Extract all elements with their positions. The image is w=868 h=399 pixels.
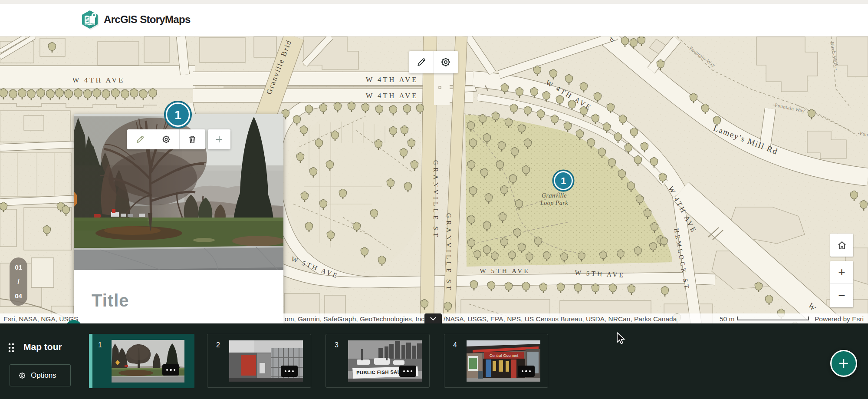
svg-text:Loop Park: Loop Park bbox=[540, 200, 568, 206]
svg-text:GRANVILLE ST: GRANVILLE ST bbox=[432, 160, 440, 240]
svg-text:W 5TH AVE: W 5TH AVE bbox=[480, 267, 530, 274]
svg-text:Central Gourmet: Central Gourmet bbox=[490, 353, 519, 358]
svg-text:1: 1 bbox=[561, 175, 566, 186]
svg-text:W 4TH AVE: W 4TH AVE bbox=[366, 92, 418, 100]
svg-text:W 4TH AVE: W 4TH AVE bbox=[72, 76, 125, 84]
svg-text:PUBLIC FISH SALE: PUBLIC FISH SALE bbox=[356, 369, 404, 375]
svg-text:Granville: Granville bbox=[542, 192, 567, 199]
svg-text:GRANVILLE ST: GRANVILLE ST bbox=[445, 213, 453, 293]
svg-text:1: 1 bbox=[174, 108, 181, 122]
svg-text:W 4TH AVE: W 4TH AVE bbox=[366, 76, 418, 84]
